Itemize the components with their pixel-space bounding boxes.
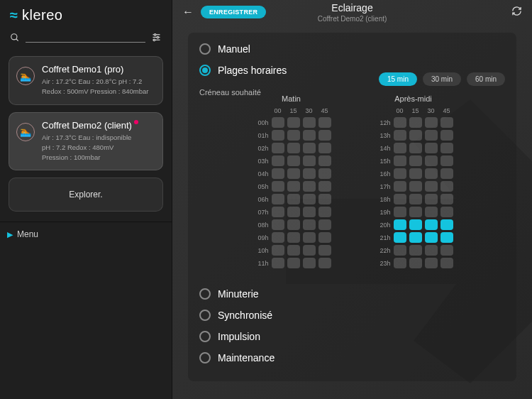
time-slot-cell[interactable] — [425, 143, 438, 153]
time-slot-cell[interactable] — [440, 258, 453, 268]
search-input[interactable] — [26, 42, 145, 43]
time-slot-cell[interactable] — [409, 258, 422, 268]
duration-60min[interactable]: 60 min — [467, 72, 505, 86]
time-slot-cell[interactable] — [394, 245, 406, 256]
time-slot-cell[interactable] — [409, 181, 422, 192]
search-icon[interactable] — [10, 33, 20, 45]
time-slot-cell[interactable] — [318, 194, 331, 204]
time-slot-cell[interactable] — [440, 181, 453, 192]
time-slot-cell[interactable] — [272, 207, 284, 217]
time-slot-cell[interactable] — [318, 143, 331, 153]
mode-maintenance[interactable]: Maintenance — [199, 347, 505, 368]
time-slot-cell[interactable] — [303, 258, 316, 268]
time-slot-cell[interactable] — [272, 194, 284, 204]
time-slot-cell[interactable] — [272, 258, 284, 268]
mode-minuterie[interactable]: Minuterie — [199, 283, 505, 305]
time-slot-cell[interactable] — [287, 194, 300, 204]
time-slot-cell[interactable] — [409, 143, 422, 153]
time-slot-cell[interactable] — [409, 219, 422, 230]
time-slot-cell[interactable] — [409, 194, 422, 204]
time-slot-cell[interactable] — [318, 245, 331, 256]
time-slot-cell[interactable] — [425, 232, 438, 243]
time-slot-cell[interactable] — [440, 143, 453, 153]
time-slot-cell[interactable] — [303, 117, 316, 128]
duration-30min[interactable]: 30 min — [423, 72, 461, 86]
time-slot-cell[interactable] — [394, 155, 406, 166]
time-slot-cell[interactable] — [287, 143, 300, 153]
time-slot-cell[interactable] — [272, 155, 284, 166]
time-slot-cell[interactable] — [425, 168, 438, 179]
time-slot-cell[interactable] — [287, 181, 300, 192]
time-slot-cell[interactable] — [440, 207, 453, 217]
save-button[interactable]: ENREGISTRER — [201, 6, 266, 18]
time-slot-cell[interactable] — [318, 181, 331, 192]
time-slot-cell[interactable] — [303, 194, 316, 204]
time-slot-cell[interactable] — [318, 219, 331, 230]
time-slot-cell[interactable] — [409, 245, 422, 256]
time-slot-cell[interactable] — [440, 245, 453, 256]
time-slot-cell[interactable] — [287, 155, 300, 166]
time-slot-cell[interactable] — [287, 245, 300, 256]
time-slot-cell[interactable] — [440, 168, 453, 179]
time-slot-cell[interactable] — [272, 181, 284, 192]
device-card-demo1[interactable]: 🏊 Coffret Demo1 (pro) Air : 17.2°C Eau :… — [9, 56, 163, 105]
time-slot-cell[interactable] — [394, 194, 406, 204]
time-slot-cell[interactable] — [303, 219, 316, 230]
mode-impulsion[interactable]: Impulsion — [199, 326, 505, 347]
time-slot-cell[interactable] — [440, 232, 453, 243]
time-slot-cell[interactable] — [440, 117, 453, 128]
time-slot-cell[interactable] — [272, 245, 284, 256]
time-slot-cell[interactable] — [318, 258, 331, 268]
time-slot-cell[interactable] — [425, 194, 438, 204]
time-slot-cell[interactable] — [394, 219, 406, 230]
time-slot-cell[interactable] — [303, 207, 316, 217]
time-slot-cell[interactable] — [440, 130, 453, 141]
time-slot-cell[interactable] — [425, 219, 438, 230]
time-slot-cell[interactable] — [318, 207, 331, 217]
time-slot-cell[interactable] — [425, 130, 438, 141]
time-slot-cell[interactable] — [303, 168, 316, 179]
time-slot-cell[interactable] — [425, 207, 438, 217]
time-slot-cell[interactable] — [409, 168, 422, 179]
time-slot-cell[interactable] — [303, 155, 316, 166]
time-slot-cell[interactable] — [303, 181, 316, 192]
time-slot-cell[interactable] — [272, 232, 284, 243]
time-slot-cell[interactable] — [303, 232, 316, 243]
time-slot-cell[interactable] — [394, 168, 406, 179]
time-slot-cell[interactable] — [272, 130, 284, 141]
menu-toggle[interactable]: ▶ Menu — [0, 222, 172, 246]
time-slot-cell[interactable] — [287, 219, 300, 230]
duration-15min[interactable]: 15 min — [379, 72, 417, 86]
time-slot-cell[interactable] — [303, 143, 316, 153]
time-slot-cell[interactable] — [409, 117, 422, 128]
time-slot-cell[interactable] — [394, 232, 406, 243]
time-slot-cell[interactable] — [409, 232, 422, 243]
mode-manuel[interactable]: Manuel — [199, 38, 505, 60]
time-slot-cell[interactable] — [272, 168, 284, 179]
time-slot-cell[interactable] — [425, 245, 438, 256]
time-slot-cell[interactable] — [272, 219, 284, 230]
explorer-button[interactable]: Explorer. — [9, 177, 163, 212]
time-slot-cell[interactable] — [409, 155, 422, 166]
time-slot-cell[interactable] — [303, 245, 316, 256]
time-slot-cell[interactable] — [425, 155, 438, 166]
time-slot-cell[interactable] — [287, 258, 300, 268]
time-slot-cell[interactable] — [287, 117, 300, 128]
time-slot-cell[interactable] — [394, 130, 406, 141]
time-slot-cell[interactable] — [394, 207, 406, 217]
time-slot-cell[interactable] — [440, 219, 453, 230]
time-slot-cell[interactable] — [318, 155, 331, 166]
time-slot-cell[interactable] — [287, 207, 300, 217]
time-slot-cell[interactable] — [287, 168, 300, 179]
time-slot-cell[interactable] — [394, 143, 406, 153]
time-slot-cell[interactable] — [425, 181, 438, 192]
refresh-icon[interactable] — [511, 6, 522, 18]
time-slot-cell[interactable] — [440, 155, 453, 166]
mode-synchronise[interactable]: Synchronisé — [199, 305, 505, 326]
time-slot-cell[interactable] — [318, 232, 331, 243]
time-slot-cell[interactable] — [287, 130, 300, 141]
time-slot-cell[interactable] — [272, 117, 284, 128]
time-slot-cell[interactable] — [440, 194, 453, 204]
time-slot-cell[interactable] — [394, 258, 406, 268]
time-slot-cell[interactable] — [425, 258, 438, 268]
